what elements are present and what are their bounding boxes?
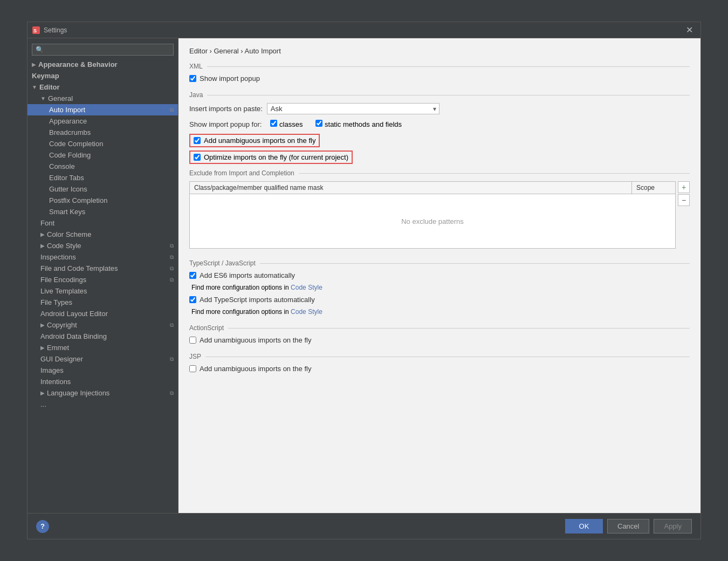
actionscript-unambiguous-label[interactable]: Add unambiguous imports on the fly	[189, 336, 311, 344]
table-col2-header: Scope	[632, 182, 675, 194]
expand-arrow: ▶	[40, 390, 45, 396]
apply-button[interactable]: Apply	[654, 519, 692, 533]
sidebar-item-gutter-icons[interactable]: Gutter Icons	[28, 183, 178, 195]
static-methods-checkbox[interactable]	[315, 120, 322, 127]
sidebar-item-appearance-behavior[interactable]: ▶ Appearance & Behavior	[28, 59, 178, 70]
sidebar-item-file-types[interactable]: File Types	[28, 297, 178, 308]
sidebar-item-intentions[interactable]: Intentions	[28, 376, 178, 387]
window-title: Settings	[44, 26, 683, 34]
sidebar-item-copyright[interactable]: ▶ Copyright ⧉	[28, 319, 178, 331]
add-ts-checkbox[interactable]	[189, 296, 196, 303]
add-unambiguous-checkbox[interactable]	[194, 137, 201, 144]
sidebar-item-editor[interactable]: ▼ Editor	[28, 81, 178, 93]
actionscript-section: ActionScript Add unambiguous imports on …	[189, 324, 690, 344]
sidebar-label: Code Folding	[49, 151, 91, 159]
close-button[interactable]: ✕	[683, 24, 696, 36]
sidebar-label: Auto Import	[49, 106, 85, 114]
sidebar-label: Appearance	[49, 117, 87, 125]
java-section: Java Insert imports on paste: AskAlwaysN…	[189, 91, 690, 251]
optimize-imports-checkbox[interactable]	[194, 154, 201, 161]
sidebar-item-language-injections[interactable]: ▶ Language Injections ⧉	[28, 387, 178, 399]
sidebar-item-inspections[interactable]: Inspections ⧉	[28, 251, 178, 263]
sidebar-label: Smart Keys	[49, 208, 85, 216]
sidebar-label: Live Templates	[40, 287, 87, 295]
java-section-header: Java	[189, 91, 690, 99]
remove-pattern-button[interactable]: −	[678, 194, 690, 206]
sidebar-item-code-completion[interactable]: Code Completion	[28, 138, 178, 149]
sidebar-item-breadcrumbs[interactable]: Breadcrumbs	[28, 127, 178, 138]
typescript-section: TypeScript / JavaScript Add ES6 imports …	[189, 259, 690, 316]
sidebar-label: Postfix Completion	[49, 196, 107, 204]
add-pattern-button[interactable]: +	[678, 181, 690, 193]
search-input[interactable]	[32, 44, 174, 56]
expand-arrow: ▶	[32, 61, 36, 67]
sidebar-item-live-templates[interactable]: Live Templates	[28, 285, 178, 297]
sidebar-item-file-encodings[interactable]: File Encodings ⧉	[28, 274, 178, 285]
add-es6-label[interactable]: Add ES6 imports automatically	[189, 271, 295, 279]
sidebar-item-images[interactable]: Images	[28, 365, 178, 376]
cancel-button[interactable]: Cancel	[607, 519, 649, 533]
exclude-table: Class/package/member qualified name mask…	[189, 181, 676, 249]
exclude-table-header: Class/package/member qualified name mask…	[190, 182, 675, 194]
copy-icon: ⧉	[170, 107, 174, 113]
add-es6-checkbox[interactable]	[189, 272, 196, 279]
sidebar-item-file-code-templates[interactable]: File and Code Templates ⧉	[28, 263, 178, 274]
add-ts-label[interactable]: Add TypeScript imports automatically	[189, 296, 315, 304]
sidebar-item-editor-tabs[interactable]: Editor Tabs	[28, 172, 178, 183]
show-import-popup-row: Show import popup for: classes static me…	[189, 120, 690, 128]
jsp-section-header: JSP	[189, 353, 690, 360]
ok-button[interactable]: OK	[565, 519, 603, 533]
expand-arrow: ▶	[40, 231, 45, 237]
sidebar-item-code-folding[interactable]: Code Folding	[28, 149, 178, 161]
ts-code-style-link[interactable]: Code Style	[291, 308, 322, 316]
actionscript-unambiguous-checkbox[interactable]	[189, 337, 196, 344]
sidebar-label: Intentions	[40, 378, 71, 386]
sidebar-label: Keymap	[32, 72, 59, 80]
sidebar-item-more[interactable]: ...	[28, 399, 178, 410]
es6-code-style-link[interactable]: Code Style	[291, 284, 322, 291]
insert-imports-row: Insert imports on paste: AskAlwaysNever	[189, 103, 690, 114]
app-icon: S	[32, 26, 40, 35]
add-unambiguous-label[interactable]: Add unambiguous imports on the fly	[189, 134, 320, 147]
sidebar-item-appearance[interactable]: Appearance	[28, 115, 178, 127]
sidebar-item-auto-import[interactable]: Auto Import ⧉	[28, 104, 178, 115]
sidebar-item-android-data-binding[interactable]: Android Data Binding	[28, 331, 178, 342]
help-button[interactable]: ?	[36, 520, 49, 533]
actionscript-section-header: ActionScript	[189, 324, 690, 332]
xml-show-import-checkbox[interactable]	[189, 75, 196, 82]
jsp-unambiguous-checkbox[interactable]	[189, 365, 196, 372]
xml-show-import-label[interactable]: Show import popup	[189, 74, 260, 83]
sidebar-item-code-style[interactable]: ▶ Code Style ⧉	[28, 240, 178, 251]
sidebar-label: GUI Designer	[40, 355, 83, 363]
sidebar-item-font[interactable]: Font	[28, 217, 178, 229]
sidebar-item-android-layout-editor[interactable]: Android Layout Editor	[28, 308, 178, 319]
classes-label[interactable]: classes	[270, 120, 303, 128]
copy-icon: ⧉	[170, 254, 174, 261]
xml-show-import-row: Show import popup	[189, 74, 690, 83]
add-unambiguous-row: Add unambiguous imports on the fly	[189, 134, 690, 147]
sidebar-item-general[interactable]: ▼ General	[28, 93, 178, 104]
sidebar-label: Breadcrumbs	[49, 128, 91, 136]
sidebar-item-console[interactable]: Console	[28, 161, 178, 172]
table-empty-message: No exclude patterns	[401, 217, 464, 225]
sidebar-label: Code Style	[47, 242, 81, 250]
optimize-imports-label[interactable]: Optimize imports on the fly (for current…	[189, 150, 353, 164]
sidebar-label: Editor Tabs	[49, 174, 84, 182]
copy-icon: ⧉	[170, 390, 174, 396]
jsp-unambiguous-label[interactable]: Add unambiguous imports on the fly	[189, 365, 311, 373]
static-methods-label[interactable]: static methods and fields	[315, 120, 402, 128]
sidebar-label: File Types	[40, 298, 72, 306]
sidebar-label: Appearance & Behavior	[38, 60, 118, 69]
classes-checkbox[interactable]	[270, 120, 277, 127]
sidebar-item-color-scheme[interactable]: ▶ Color Scheme	[28, 229, 178, 240]
sidebar-label: ...	[40, 400, 46, 408]
insert-imports-select[interactable]: AskAlwaysNever	[267, 103, 439, 114]
sidebar-item-gui-designer[interactable]: GUI Designer ⧉	[28, 353, 178, 365]
sidebar-item-keymap[interactable]: Keymap	[28, 70, 178, 81]
sidebar-label: Android Data Binding	[40, 332, 107, 340]
add-es6-row: Add ES6 imports automatically	[189, 271, 690, 279]
sidebar-item-smart-keys[interactable]: Smart Keys	[28, 206, 178, 217]
sidebar-item-postfix-completion[interactable]: Postfix Completion	[28, 195, 178, 206]
sidebar-label: Gutter Icons	[49, 185, 87, 193]
sidebar-item-emmet[interactable]: ▶ Emmet	[28, 342, 178, 353]
